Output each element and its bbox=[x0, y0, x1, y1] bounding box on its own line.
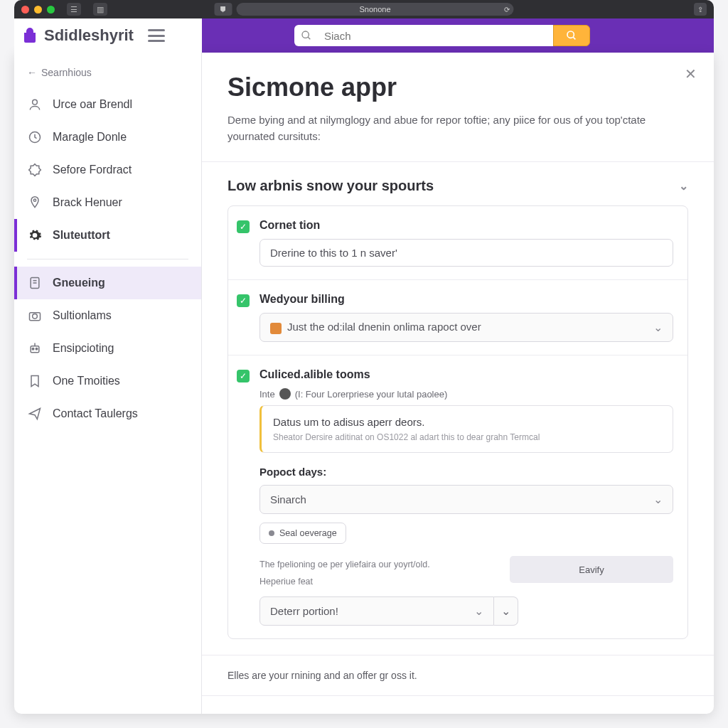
sidebar-divider bbox=[27, 259, 188, 259]
chevron-down-icon: ⌄ bbox=[679, 179, 688, 193]
sidebar-item-urce[interactable]: Urce oar Brendl bbox=[14, 88, 201, 121]
window-min-dot[interactable] bbox=[34, 6, 42, 14]
url-text: Snonone bbox=[359, 5, 390, 14]
document-icon bbox=[27, 275, 43, 291]
sidebar-back-link[interactable]: ← Searnhious bbox=[14, 67, 201, 88]
checkbox-checked-icon[interactable]: ✓ bbox=[237, 220, 250, 233]
split-select: Deterr portion! ⌄ ⌄ bbox=[259, 596, 673, 626]
help-text-2: Heperiue feat bbox=[259, 577, 430, 587]
sidebar-item-label: Sultionlams bbox=[53, 309, 112, 322]
search-input[interactable] bbox=[318, 25, 553, 46]
svg-point-0 bbox=[302, 31, 309, 38]
quote-main: Datus um to adisus aperr deors. bbox=[273, 416, 661, 428]
window-max-dot[interactable] bbox=[47, 6, 55, 14]
section-toggle[interactable]: Low arbnis snow your spourts ⌄ bbox=[228, 178, 688, 194]
select-value: Deterr portion! bbox=[270, 605, 338, 617]
clock-icon bbox=[27, 129, 43, 145]
row-title: Wedyour billing bbox=[259, 293, 673, 306]
select-wedyour[interactable]: Just the od:ilal dnenin onlima rapoct ov… bbox=[259, 313, 673, 342]
brand-logo-icon bbox=[21, 27, 38, 44]
sidebar-item-maragle[interactable]: Maragle Donle bbox=[14, 121, 201, 154]
hint-text-visible: (I: Four Lorerpriese your lutal paolee) bbox=[295, 389, 448, 400]
sidebar-toggle-icon[interactable]: ☰ bbox=[67, 3, 81, 16]
help-action-row: The fpelioning oe per yliefaira our yoyr… bbox=[259, 552, 673, 587]
card-row-culiced: ✓ Culiced.alible tooms Inte Inte (I: Fou… bbox=[228, 355, 687, 638]
svg-point-6 bbox=[33, 199, 36, 201]
chevron-down-icon: ⌄ bbox=[653, 493, 663, 506]
gear-icon bbox=[27, 228, 43, 243]
svg-line-1 bbox=[308, 37, 310, 39]
sidebar-item-label: Urce oar Brendl bbox=[53, 98, 132, 111]
eavify-button[interactable]: Eavify bbox=[510, 556, 673, 583]
pin-icon bbox=[27, 195, 43, 210]
sidebar-item-gneueing[interactable]: Gneueing bbox=[14, 267, 201, 299]
sidebar-item-label: Maragle Donle bbox=[53, 131, 127, 144]
search-bar bbox=[294, 25, 590, 46]
sidebar-item-label: Gneueing bbox=[53, 277, 105, 289]
footnote: Elles are your rnining and an offer gr o… bbox=[202, 655, 714, 696]
collapsible-section: Low arbnis snow your spourts ⌄ ✓ Cornet … bbox=[202, 162, 714, 655]
brand-block[interactable]: Sdidleshyrit bbox=[14, 18, 202, 53]
close-icon[interactable]: ✕ bbox=[685, 65, 697, 82]
sidebar-item-label: Sluteuttort bbox=[53, 229, 110, 242]
sidebar-item-ensipcioting[interactable]: Ensipcioting bbox=[14, 332, 201, 365]
settings-card: ✓ Cornet tion Drerine to this to 1 n sav… bbox=[228, 205, 688, 639]
user-icon bbox=[27, 97, 43, 112]
search-icon bbox=[294, 25, 318, 46]
sidebar-item-brack[interactable]: Brack Henuer bbox=[14, 186, 201, 219]
checkbox-checked-icon[interactable]: ✓ bbox=[237, 370, 250, 382]
reload-icon[interactable]: ⟳ bbox=[504, 6, 510, 14]
row-title: Culiced.alible tooms bbox=[259, 368, 673, 381]
quote-sub: Sheator Dersire aditinat on OS1022 al ad… bbox=[273, 432, 661, 442]
select-value: Sinarch bbox=[270, 493, 306, 505]
main-content: ✕ Sicmone appr Deme bying and at nilymgl… bbox=[202, 53, 714, 714]
sidebar-item-label: Brack Henuer bbox=[53, 196, 122, 209]
select-popoct[interactable]: Sinarch ⌄ bbox=[259, 485, 673, 514]
window-titlebar: ☰ ▥ ⛊ Snonone ⟳ ⇪ bbox=[14, 0, 714, 18]
sidebar-item-label: Sefore Fordract bbox=[53, 164, 132, 176]
app-frame: ← Searnhious Urce oar Brendl Maragle Don… bbox=[14, 53, 714, 714]
footer-actions: Slate nptor bbox=[202, 696, 714, 714]
page-title: Sicmone appr bbox=[228, 73, 688, 102]
svg-point-4 bbox=[33, 100, 38, 105]
svg-point-14 bbox=[36, 348, 38, 350]
sidebar-back-label: Searnhious bbox=[41, 67, 92, 78]
page-header: Sicmone appr Deme bying and at nilymglog… bbox=[202, 53, 714, 162]
back-arrow-icon: ← bbox=[27, 67, 37, 78]
bookmark-icon bbox=[27, 373, 43, 389]
tag-label: Seal oeverage bbox=[279, 528, 337, 538]
sidebar-item-one-tmoities[interactable]: One Tmoities bbox=[14, 365, 201, 397]
tag-button-seal[interactable]: Seal oeverage bbox=[259, 523, 346, 544]
sidebar-item-sefore[interactable]: Sefore Fordract bbox=[14, 154, 201, 186]
chevron-down-icon: ⌄ bbox=[474, 604, 483, 618]
hint-prefix: Inte bbox=[259, 389, 275, 400]
select-deterr[interactable]: Deterr portion! ⌄ bbox=[259, 596, 494, 626]
menu-icon[interactable] bbox=[148, 29, 165, 42]
text-field-cornet[interactable]: Drerine to this to 1 n saver' bbox=[259, 239, 673, 267]
sidebar-item-label: Contact Taulergs bbox=[53, 407, 138, 420]
row-title: Cornet tion bbox=[259, 219, 673, 232]
sidebar-item-contact[interactable]: Contact Taulergs bbox=[14, 397, 201, 430]
send-icon bbox=[27, 406, 43, 422]
page-subtitle: Deme bying and at nilymglogy and abue fo… bbox=[228, 112, 688, 144]
chevron-down-icon: ⌄ bbox=[653, 321, 663, 334]
svg-point-11 bbox=[33, 314, 38, 319]
sidebar-item-sluteuttort[interactable]: Sluteuttort bbox=[14, 219, 201, 252]
brand-name: Sdidleshyrit bbox=[44, 26, 134, 45]
help-text-1: The fpelioning oe per yliefaira our yoyr… bbox=[259, 560, 430, 569]
search-button[interactable] bbox=[553, 25, 590, 46]
quote-box: Datus um to adisus aperr deors. Sheator … bbox=[259, 405, 673, 453]
checkbox-checked-icon[interactable]: ✓ bbox=[237, 294, 250, 307]
share-icon[interactable]: ⇪ bbox=[694, 3, 707, 16]
privacy-shield-icon[interactable]: ⛊ bbox=[215, 3, 232, 16]
section-title: Low arbnis snow your spourts bbox=[228, 178, 434, 194]
row-hint: Inte Inte (I: Four Lorerpriese your luta… bbox=[259, 388, 673, 400]
url-bar[interactable]: Snonone ⟳ bbox=[237, 3, 514, 16]
svg-point-13 bbox=[32, 348, 34, 350]
tab-overview-icon[interactable]: ▥ bbox=[93, 3, 107, 16]
split-dropdown-button[interactable]: ⌄ bbox=[494, 596, 518, 626]
svg-line-3 bbox=[573, 37, 575, 39]
sidebar-item-sultionlams[interactable]: Sultionlams bbox=[14, 299, 201, 332]
window-close-dot[interactable] bbox=[21, 6, 29, 14]
sidebar-item-label: One Tmoities bbox=[53, 375, 120, 387]
